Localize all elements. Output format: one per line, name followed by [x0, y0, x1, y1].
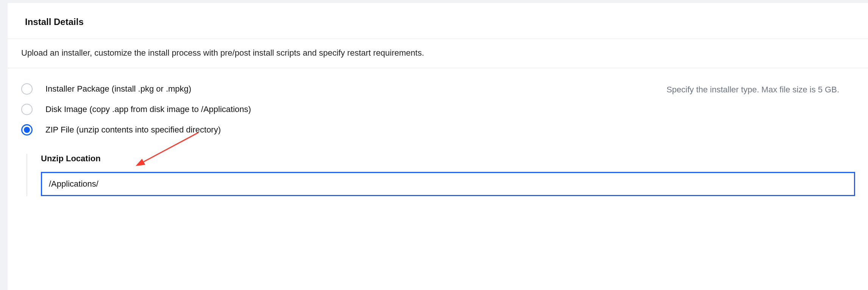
- install-details-panel: Install Details Upload an installer, cus…: [8, 3, 868, 290]
- radio-disk-image[interactable]: Disk Image (copy .app from disk image to…: [21, 104, 251, 115]
- radio-icon: [21, 124, 33, 136]
- unzip-location-input[interactable]: [41, 172, 855, 196]
- unzip-location-label: Unzip Location: [41, 154, 868, 164]
- radio-icon: [21, 83, 33, 95]
- section-header: Install Details: [8, 3, 868, 39]
- section-title: Install Details: [25, 17, 859, 27]
- radio-label: ZIP File (unzip contents into specified …: [45, 125, 221, 135]
- radio-icon: [21, 104, 33, 115]
- installer-type-hint: Specify the installer type. Max file siz…: [667, 83, 854, 95]
- installer-type-radio-group: Installer Package (install .pkg or .mpkg…: [21, 83, 251, 136]
- unzip-location-section: Unzip Location: [27, 154, 868, 196]
- installer-type-area: Installer Package (install .pkg or .mpkg…: [8, 68, 868, 136]
- radio-label: Disk Image (copy .app from disk image to…: [45, 104, 251, 114]
- radio-label: Installer Package (install .pkg or .mpkg…: [45, 84, 191, 94]
- radio-zip-file[interactable]: ZIP File (unzip contents into specified …: [21, 124, 251, 136]
- radio-installer-package[interactable]: Installer Package (install .pkg or .mpkg…: [21, 83, 251, 95]
- section-description: Upload an installer, customize the insta…: [8, 39, 868, 68]
